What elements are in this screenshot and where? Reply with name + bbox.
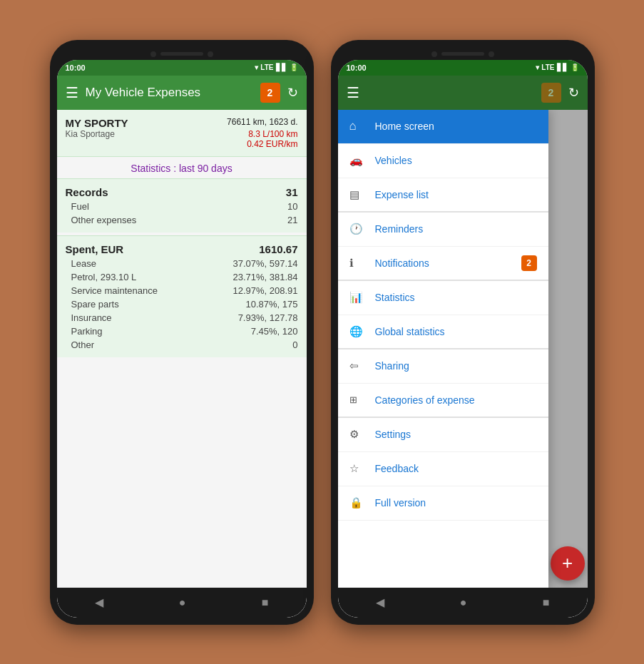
notification-badge-2[interactable]: 2 bbox=[541, 83, 561, 103]
add-fab-2[interactable]: + bbox=[551, 546, 585, 581]
main-content: MY SPORTY 76611 km, 1623 d. Kia Sportage… bbox=[57, 110, 307, 588]
parking-value: 7.45%, 120 bbox=[251, 326, 298, 337]
fuel-label: Fuel bbox=[71, 201, 89, 212]
phone-1: 10:00 ▾ LTE ▋▋ 🔋 ☰ My Vehicle Expenses 2… bbox=[50, 40, 314, 625]
expense-list-icon: ▤ bbox=[349, 188, 369, 201]
notifications-icon: ℹ bbox=[349, 257, 369, 270]
other-value: 0 bbox=[292, 339, 297, 350]
dimmed-background[interactable] bbox=[548, 110, 588, 588]
recent-button[interactable]: ■ bbox=[262, 596, 269, 609]
camera-dot bbox=[150, 51, 156, 57]
vehicle-consumption: 8.3 L/100 km bbox=[248, 129, 297, 139]
app-title: My Vehicle Expenses bbox=[86, 86, 253, 100]
camera-dot-4 bbox=[489, 51, 494, 57]
expense-petrol: Petrol, 293.10 L 23.71%, 381.84 bbox=[66, 270, 298, 284]
back-button[interactable]: ◀ bbox=[95, 596, 103, 609]
lease-label: Lease bbox=[71, 258, 96, 269]
spare-label: Spare parts bbox=[71, 299, 119, 310]
navigation-drawer: ⌂ Home screen 🚗 Vehicles ▤ Expense list bbox=[338, 110, 548, 588]
records-label: Records bbox=[66, 186, 108, 198]
notification-badge[interactable]: 2 bbox=[260, 83, 280, 103]
drawer-item-statistics[interactable]: 📊 Statistics bbox=[338, 281, 548, 315]
camera-bar-2 bbox=[338, 47, 588, 60]
drawer-overlay: ⌂ Home screen 🚗 Vehicles ▤ Expense list bbox=[338, 110, 588, 588]
notifications-label: Notifications bbox=[375, 257, 521, 269]
spent-section: Spent, EUR 1610.67 Lease 37.07%, 597.14 … bbox=[57, 235, 307, 357]
drawer-item-global-stats[interactable]: 🌐 Global statistics bbox=[338, 315, 548, 349]
other-expenses-row: Other expenses 21 bbox=[66, 213, 298, 227]
records-row: Records 31 bbox=[66, 185, 298, 200]
lease-value: 37.07%, 597.14 bbox=[232, 258, 297, 269]
drawer-item-settings[interactable]: ⚙ Settings bbox=[338, 418, 548, 452]
feedback-label: Feedback bbox=[375, 463, 537, 474]
phone-2: 10:00 ▾ LTE ▋▋ 🔋 ☰ 2 ↻ bbox=[331, 40, 595, 625]
nav-bar-2: ◀ ● ■ bbox=[338, 588, 588, 618]
refresh-icon-2[interactable]: ↻ bbox=[568, 85, 579, 101]
records-value: 31 bbox=[286, 186, 298, 198]
insurance-value: 7.93%, 127.78 bbox=[238, 312, 298, 323]
home-label: Home screen bbox=[375, 121, 537, 132]
statistics-icon: 📊 bbox=[349, 291, 369, 304]
hamburger-menu[interactable]: ☰ bbox=[66, 84, 78, 101]
speaker bbox=[160, 52, 203, 56]
reminders-icon: 🕐 bbox=[349, 223, 369, 235]
other-expenses-value: 21 bbox=[287, 215, 297, 225]
other-expenses-label: Other expenses bbox=[71, 215, 137, 225]
spent-label: Spent, EUR bbox=[66, 243, 124, 255]
petrol-label: Petrol, 293.10 L bbox=[71, 272, 137, 282]
vehicle-card: MY SPORTY 76611 km, 1623 d. Kia Sportage… bbox=[57, 110, 307, 157]
hamburger-menu-2[interactable]: ☰ bbox=[347, 84, 359, 101]
expense-lease: Lease 37.07%, 597.14 bbox=[66, 257, 298, 270]
drawer-item-home[interactable]: ⌂ Home screen bbox=[338, 110, 548, 144]
categories-label: Categories of expense bbox=[375, 394, 537, 406]
records-section: Records 31 Fuel 10 Other expenses 21 bbox=[57, 178, 307, 233]
statistics-label: Statistics bbox=[375, 292, 537, 303]
service-label: Service maintenance bbox=[71, 285, 158, 296]
categories-icon: ⊞ bbox=[349, 394, 369, 405]
refresh-icon[interactable]: ↻ bbox=[287, 85, 298, 101]
recent-button-2[interactable]: ■ bbox=[543, 596, 550, 609]
camera-dot-2 bbox=[208, 51, 213, 57]
speaker-2 bbox=[441, 52, 484, 56]
full-version-icon: 🔒 bbox=[349, 496, 369, 509]
drawer-item-full-version[interactable]: 🔒 Full version bbox=[338, 486, 548, 521]
drawer-item-categories[interactable]: ⊞ Categories of expense bbox=[338, 384, 548, 418]
vehicle-cost-per-km: 0.42 EUR/km bbox=[247, 139, 297, 149]
drawer-item-expense-list[interactable]: ▤ Expense list bbox=[338, 178, 548, 213]
drawer-item-feedback[interactable]: ☆ Feedback bbox=[338, 452, 548, 486]
home-button-2[interactable]: ● bbox=[460, 596, 467, 609]
camera-bar bbox=[57, 47, 307, 60]
reminders-label: Reminders bbox=[375, 223, 537, 235]
drawer-item-notifications[interactable]: ℹ Notifications 2 bbox=[338, 247, 548, 281]
spent-value: 1610.67 bbox=[259, 243, 297, 255]
expense-other: Other 0 bbox=[66, 338, 298, 352]
signal-label-2: LTE bbox=[541, 63, 554, 71]
status-icons: ▾ LTE ▋▋ 🔋 bbox=[255, 63, 297, 71]
back-button-2[interactable]: ◀ bbox=[376, 596, 384, 609]
vehicle-name: MY SPORTY bbox=[66, 117, 128, 129]
vehicle-km: 76611 km, 1623 d. bbox=[227, 117, 297, 127]
other-label: Other bbox=[71, 339, 95, 350]
phone-screen-2: 10:00 ▾ LTE ▋▋ 🔋 ☰ 2 ↻ bbox=[338, 60, 588, 618]
camera-dot-3 bbox=[431, 51, 437, 57]
vehicle-cost-row: 0.42 EUR/km bbox=[66, 139, 298, 149]
home-button[interactable]: ● bbox=[179, 596, 186, 609]
feedback-icon: ☆ bbox=[349, 462, 369, 475]
petrol-value: 23.71%, 381.84 bbox=[232, 272, 297, 282]
signal-label: LTE bbox=[260, 63, 273, 71]
vehicle-model-row: Kia Sportage 8.3 L/100 km bbox=[66, 129, 298, 139]
nav-bar: ◀ ● ■ bbox=[57, 588, 307, 618]
status-bar: 10:00 ▾ LTE ▋▋ 🔋 bbox=[57, 60, 307, 76]
full-version-label: Full version bbox=[375, 497, 537, 509]
stats-header: Statistics : last 90 days bbox=[57, 157, 307, 178]
drawer-item-sharing[interactable]: ⇦ Sharing bbox=[338, 349, 548, 384]
service-value: 12.97%, 208.91 bbox=[232, 285, 297, 296]
drawer-screen: ⌂ Home screen 🚗 Vehicles ▤ Expense list bbox=[338, 110, 588, 588]
battery-icon-2: 🔋 bbox=[571, 63, 579, 71]
vehicles-icon: 🚗 bbox=[349, 154, 369, 167]
settings-label: Settings bbox=[375, 429, 537, 440]
drawer-item-reminders[interactable]: 🕐 Reminders bbox=[338, 213, 548, 247]
global-stats-label: Global statistics bbox=[375, 326, 537, 337]
drawer-item-vehicles[interactable]: 🚗 Vehicles bbox=[338, 144, 548, 178]
sharing-label: Sharing bbox=[375, 360, 537, 372]
